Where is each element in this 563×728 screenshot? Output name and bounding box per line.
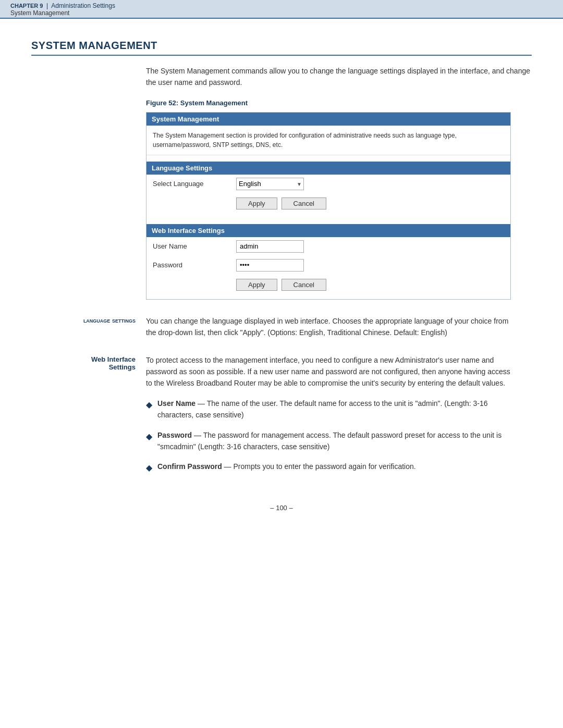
language-settings-term-text: Language Settings — [83, 316, 136, 324]
header-bar: Chapter 9 | Administration Settings Syst… — [0, 0, 563, 19]
language-settings-term: Language Settings — [31, 315, 146, 339]
language-settings-subsection: Language Settings Select Language Englis… — [146, 155, 510, 218]
select-language-label: Select Language — [153, 180, 236, 188]
bullet-diamond-icon-2: ◆ — [146, 430, 152, 443]
chapter-label: Chapter 9 — [10, 3, 43, 9]
language-control: English Traditional Chinese ▼ — [236, 178, 304, 190]
language-select-wrapper[interactable]: English Traditional Chinese ▼ — [236, 178, 304, 190]
web-interface-subsection: Web Interface Settings User Name Passwor… — [146, 218, 510, 299]
bullet-text-confirm: Confirm Password — Prompts you to enter … — [157, 461, 416, 472]
intro-text: The System Management commands allow you… — [146, 65, 532, 89]
password-row: Password — [146, 256, 510, 275]
language-apply-button[interactable]: Apply — [236, 198, 277, 209]
bullet-item-confirm: ◆ Confirm Password — Prompts you to ente… — [146, 461, 511, 475]
web-interface-header: Web Interface Settings — [146, 224, 510, 237]
language-settings-header: Language Settings — [146, 162, 510, 175]
language-settings-desc-section: Language Settings You can change the lan… — [31, 315, 511, 339]
web-interface-button-row: Apply Cancel — [146, 275, 510, 295]
web-interface-term-line2: Settings — [109, 363, 136, 371]
password-control — [236, 259, 304, 272]
username-control — [236, 240, 304, 253]
password-input[interactable] — [236, 259, 304, 272]
username-label: User Name — [153, 242, 236, 250]
username-input[interactable] — [236, 240, 304, 253]
language-button-row: Apply Cancel — [146, 193, 510, 214]
language-select[interactable]: English Traditional Chinese — [236, 178, 304, 190]
page-number: – 100 – — [31, 504, 532, 522]
bullet-item-username: ◆ User Name — The name of the user. The … — [146, 398, 511, 421]
header-sub: System Management — [10, 9, 553, 17]
bullet-diamond-icon-3: ◆ — [146, 461, 152, 475]
web-apply-button[interactable]: Apply — [236, 279, 277, 291]
web-interface-bullet-list: ◆ User Name — The name of the user. The … — [146, 398, 511, 475]
language-settings-definition: You can change the language displayed in… — [146, 315, 511, 339]
web-interface-desc-section: Web Interface Settings To protect access… — [31, 354, 511, 483]
web-interface-term: Web Interface Settings — [31, 354, 146, 483]
web-interface-definition: To protect access to the management inte… — [146, 354, 511, 483]
system-management-box: System Management The System Management … — [146, 112, 511, 300]
sm-box-header: System Management — [146, 113, 510, 126]
page-content: System Management The System Management … — [0, 19, 563, 553]
language-cancel-button[interactable]: Cancel — [282, 198, 326, 209]
language-settings-row: Select Language English Traditional Chin… — [146, 175, 510, 193]
web-cancel-button[interactable]: Cancel — [282, 279, 326, 291]
section-title: System Management — [31, 40, 532, 56]
bullet-text-username: User Name — The name of the user. The de… — [157, 398, 511, 421]
sm-box-description: The System Management section is provide… — [146, 126, 510, 155]
bullet-text-password: Password — The password for management a… — [157, 429, 511, 453]
username-row: User Name — [146, 237, 510, 256]
figure-label: Figure 52: System Management — [146, 99, 532, 107]
password-label: Password — [153, 261, 236, 269]
bullet-item-password: ◆ Password — The password for management… — [146, 429, 511, 453]
header-chapter: Chapter 9 | Administration Settings — [10, 2, 553, 9]
bullet-diamond-icon: ◆ — [146, 398, 152, 412]
web-interface-term-line1: Web Interface — [91, 355, 136, 363]
